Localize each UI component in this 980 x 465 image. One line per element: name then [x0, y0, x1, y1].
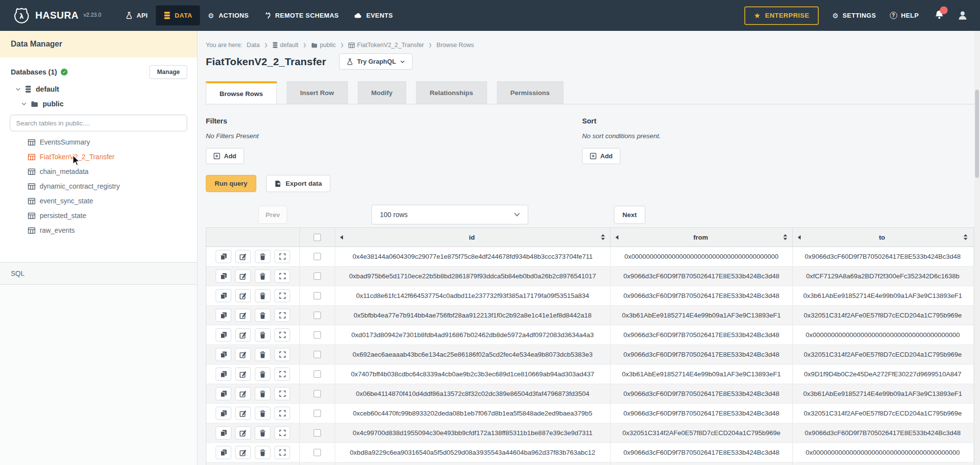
delete-row-button[interactable]	[255, 250, 270, 263]
expand-row-button[interactable]	[274, 387, 290, 400]
page-size-select[interactable]: 100 rows	[371, 205, 528, 224]
edit-row-button[interactable]	[235, 446, 251, 459]
settings-button[interactable]: ⚙ SETTINGS	[833, 12, 876, 19]
enterprise-button[interactable]: ★ ENTERPRISE	[744, 6, 818, 25]
row-checkbox[interactable]	[314, 410, 321, 417]
clone-row-button[interactable]	[216, 446, 231, 459]
user-menu-button[interactable]	[958, 11, 967, 20]
expand-row-button[interactable]	[274, 289, 290, 302]
edit-row-button[interactable]	[235, 348, 251, 361]
expand-row-button[interactable]	[274, 367, 290, 381]
row-checkbox[interactable]	[314, 449, 321, 456]
sidebar-table-item[interactable]: raw_events	[0, 223, 197, 238]
clone-row-button[interactable]	[216, 426, 231, 440]
delete-row-button[interactable]	[255, 309, 270, 322]
row-checkbox[interactable]	[314, 390, 321, 397]
tab[interactable]: Insert Row	[287, 81, 348, 104]
edit-row-button[interactable]	[235, 407, 251, 420]
row-checkbox[interactable]	[314, 253, 321, 260]
expand-row-button[interactable]	[274, 446, 290, 459]
search-input[interactable]	[10, 115, 187, 131]
sidebar-table-item[interactable]: FiatTokenV2_2_Transfer	[0, 149, 197, 164]
row-checkbox[interactable]	[314, 312, 321, 319]
delete-row-button[interactable]	[255, 367, 270, 381]
clone-row-button[interactable]	[216, 289, 231, 302]
row-checkbox[interactable]	[314, 272, 321, 280]
tab[interactable]: Relationships	[416, 81, 487, 104]
try-graphql-button[interactable]: Try GraphQL	[339, 53, 413, 70]
tree-node-database[interactable]: default	[0, 82, 197, 97]
nav-item-remote-schemas[interactable]: REMOTE SCHEMAS	[257, 5, 347, 25]
delete-row-button[interactable]	[255, 426, 270, 440]
clone-row-button[interactable]	[216, 250, 231, 263]
breadcrumb-data[interactable]: Data	[247, 42, 260, 49]
sort-column-icon[interactable]	[601, 234, 605, 240]
edit-row-button[interactable]	[235, 250, 251, 263]
notifications-button[interactable]	[934, 10, 944, 22]
edit-row-button[interactable]	[235, 309, 251, 322]
nav-item-actions[interactable]: ⚙ ACTIONS	[200, 5, 256, 25]
row-checkbox[interactable]	[314, 351, 321, 358]
add-filter-button[interactable]: Add	[206, 148, 244, 164]
edit-row-button[interactable]	[235, 269, 251, 283]
sidebar-table-item[interactable]: EventsSummary	[0, 135, 197, 149]
nav-item-data[interactable]: DATA	[156, 5, 200, 25]
export-data-button[interactable]: Export data	[266, 175, 330, 192]
nav-item-events[interactable]: EVENTS	[346, 5, 400, 25]
sidebar-table-item[interactable]: persisted_state	[0, 208, 197, 223]
expand-row-button[interactable]	[274, 250, 290, 263]
run-query-button[interactable]: Run query	[206, 175, 256, 192]
sidebar-table-item[interactable]: event_sync_state	[0, 194, 197, 208]
sort-column-icon[interactable]	[783, 234, 787, 240]
clone-row-button[interactable]	[216, 309, 231, 322]
tree-node-schema[interactable]: public	[0, 97, 197, 111]
tab[interactable]: Modify	[358, 81, 407, 104]
sidebar-item-sql[interactable]: SQL	[0, 262, 197, 285]
select-all-checkbox[interactable]	[314, 234, 321, 241]
clone-row-button[interactable]	[216, 328, 231, 342]
expand-row-button[interactable]	[274, 269, 290, 283]
chevron-down-icon[interactable]	[22, 102, 26, 105]
scrollbar-thumb[interactable]	[975, 90, 979, 178]
delete-row-button[interactable]	[255, 289, 270, 302]
breadcrumb-schema[interactable]: public	[311, 42, 336, 49]
expand-row-button[interactable]	[274, 328, 290, 342]
vertical-scrollbar[interactable]	[974, 31, 980, 465]
delete-row-button[interactable]	[255, 407, 270, 420]
expand-row-button[interactable]	[274, 407, 290, 420]
help-button[interactable]: ? HELP	[890, 12, 919, 19]
expand-row-button[interactable]	[274, 348, 290, 361]
row-checkbox[interactable]	[314, 429, 321, 437]
clone-row-button[interactable]	[216, 407, 231, 420]
clone-row-button[interactable]	[216, 367, 231, 381]
expand-row-button[interactable]	[274, 309, 290, 322]
breadcrumb-table[interactable]: FiatTokenV2_2_Transfer	[348, 42, 424, 49]
sort-column-icon[interactable]	[963, 234, 968, 240]
hasura-logo[interactable]: λ HASURA v2.23.0	[13, 7, 101, 24]
delete-row-button[interactable]	[255, 269, 270, 283]
edit-row-button[interactable]	[235, 426, 251, 440]
expand-row-button[interactable]	[274, 426, 290, 440]
chevron-down-icon[interactable]	[16, 88, 21, 91]
prev-page-button[interactable]: Prev	[258, 206, 287, 224]
clone-row-button[interactable]	[216, 348, 231, 361]
add-sort-button[interactable]: Add	[582, 148, 620, 164]
row-checkbox[interactable]	[314, 331, 321, 339]
nav-item-api[interactable]: API	[118, 5, 156, 25]
delete-row-button[interactable]	[255, 348, 270, 361]
next-page-button[interactable]: Next	[614, 206, 645, 224]
edit-row-button[interactable]	[235, 328, 251, 342]
breadcrumb-database[interactable]: default	[272, 42, 299, 49]
clone-row-button[interactable]	[216, 387, 231, 400]
edit-row-button[interactable]	[235, 387, 251, 400]
row-checkbox[interactable]	[314, 370, 321, 378]
edit-row-button[interactable]	[235, 289, 251, 302]
clone-row-button[interactable]	[216, 269, 231, 283]
manage-button[interactable]: Manage	[149, 65, 187, 79]
sidebar-table-item[interactable]: chain_metadata	[0, 164, 197, 179]
sidebar-table-item[interactable]: dynamic_contract_registry	[0, 179, 197, 194]
tab[interactable]: Permissions	[497, 81, 564, 104]
delete-row-button[interactable]	[255, 328, 270, 342]
row-checkbox[interactable]	[314, 292, 321, 299]
delete-row-button[interactable]	[255, 446, 270, 459]
